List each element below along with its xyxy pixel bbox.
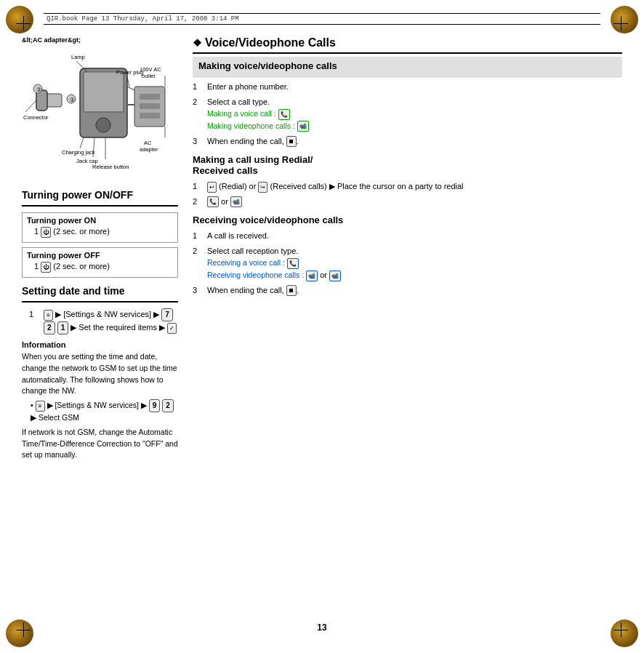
making-video-label: Making videophone calls :	[207, 121, 295, 130]
content-area: &lt;AC adapter&gt; ① ②	[22, 36, 622, 617]
power-off-box: Turning power OFF 1 ⏻ (2 sec. or more)	[22, 247, 178, 278]
date-time-step1: 1 ≡ ▶ [Settings & NW services] ▶ 7 2 1 ▶…	[29, 308, 178, 334]
reg-mark-tr	[613, 16, 628, 31]
top-bar: QIR.book Page 13 Thursday, April 17, 200…	[44, 13, 600, 25]
date-time-divider	[22, 301, 178, 303]
step-item: 3 When ending the call, ⏹.	[193, 284, 622, 297]
svg-rect-10	[140, 94, 160, 100]
redial-section: Making a call using Redial/Received call…	[193, 154, 622, 207]
redial-key: ↩	[207, 182, 217, 193]
power-key-off: ⏻	[41, 262, 51, 273]
svg-line-13	[127, 87, 134, 90]
page-number: 13	[317, 622, 326, 633]
making-voice-label: Making a voice call :	[207, 109, 276, 118]
info-title: Information	[22, 340, 178, 349]
making-calls-title-box: Making voice/videophone calls	[193, 57, 622, 78]
power-divider	[22, 205, 178, 207]
reg-mark-bl	[16, 622, 31, 637]
select-reception-text: Select call reception type.	[207, 247, 298, 255]
svg-text:②: ②	[36, 87, 41, 93]
menu-key: ≡	[44, 310, 53, 321]
info-text1: When you are setting the time and date, …	[22, 351, 178, 397]
step-item: 2 📞 or 📹	[193, 196, 622, 208]
making-calls-steps: 1 Enter a phone number. 2 Select a call …	[193, 81, 622, 147]
key-2b: 2	[162, 399, 174, 412]
receiving-steps: 1 A call is received. 2 Select call rece…	[193, 230, 622, 296]
svg-point-2	[96, 118, 110, 132]
svg-text:adapter: adapter	[140, 146, 158, 153]
key-9: 9	[149, 399, 161, 412]
svg-text:Connector: Connector	[23, 114, 49, 121]
receiving-calls-section: Receiving voice/videophone calls 1 A cal…	[193, 215, 622, 296]
end-call-text1: When ending the call,	[207, 137, 284, 145]
power-key-on: ⏻	[41, 227, 51, 238]
menu-key2: ≡	[36, 401, 45, 412]
receiving-calls-title: Receiving voice/videophone calls	[193, 215, 622, 225]
main-title-text: Voice/Videophone Calls	[205, 36, 336, 49]
power-on-step1: 1 ⏻ (2 sec. or more)	[34, 227, 173, 238]
svg-text:Lamp: Lamp	[71, 54, 85, 60]
date-time-section: Setting date and time 1 ≡ ▶ [Settings & …	[22, 285, 178, 461]
end-key3: ⏹	[286, 285, 297, 296]
step-item: 1 Enter a phone number.	[193, 81, 622, 93]
svg-text:100V AC: 100V AC	[140, 66, 161, 73]
received-key: ↪	[258, 182, 267, 193]
select-call-text: Select a call type.	[207, 97, 270, 106]
receiving-step1-text: A call is received.	[207, 230, 622, 242]
diamond-icon: ❖	[193, 37, 202, 49]
left-column: &lt;AC adapter&gt; ① ②	[22, 36, 178, 617]
step-item: 1 ↩ (Redial) or ↪ (Received calls) ▶ Pla…	[193, 180, 622, 193]
power-on-box: Turning power ON 1 ⏻ (2 sec. or more)	[22, 212, 178, 243]
redial-title: Making a call using Redial/Received call…	[193, 154, 622, 176]
step-item: 1 A call is received.	[193, 230, 622, 242]
right-column: ❖ Voice/Videophone Calls Making voice/vi…	[193, 36, 622, 617]
svg-line-20	[80, 137, 84, 148]
dial-key2: 📹	[230, 196, 242, 207]
key-2: 2	[44, 321, 55, 334]
dial-key1: 📞	[207, 196, 219, 207]
svg-line-14	[25, 100, 36, 112]
svg-rect-1	[84, 72, 124, 112]
ac-adapter-diagram: &lt;AC adapter&gt; ① ②	[22, 36, 174, 182]
svg-rect-12	[140, 113, 160, 119]
step-item: 2 Select a call type. Making a voice cal…	[193, 96, 622, 132]
voice-call-key: 📞	[278, 109, 290, 120]
answer-video-key1: 📹	[306, 271, 318, 281]
making-calls-title: Making voice/videophone calls	[198, 60, 616, 71]
svg-rect-11	[140, 103, 160, 109]
top-bar-text: QIR.book Page 13 Thursday, April 17, 200…	[44, 14, 242, 24]
receiving-voice-label: Receiving a voice call :	[207, 258, 285, 267]
reg-mark-tl	[16, 16, 31, 31]
info-bullet1: • ≡ ▶ [Settings & NW services] ▶ 9 2 ▶ S…	[31, 399, 178, 424]
redial-steps: 1 ↩ (Redial) or ↪ (Received calls) ▶ Pla…	[193, 180, 622, 207]
diagram-title: &lt;AC adapter&gt;	[22, 36, 174, 44]
date-time-title: Setting date and time	[22, 285, 178, 297]
making-calls-section: Making voice/videophone calls 1 Enter a …	[193, 57, 622, 147]
power-on-title: Turning power ON	[27, 216, 173, 225]
answer-voice-key: 📞	[287, 258, 299, 269]
step1-text: Enter a phone number.	[207, 81, 622, 93]
key-1: 1	[57, 321, 69, 334]
step-item: 3 When ending the call, ⏹.	[193, 135, 622, 148]
svg-text:Release button: Release button	[92, 164, 129, 170]
turning-power-title: Turning power ON/OFF	[22, 189, 178, 201]
end-key1: ⏹	[286, 136, 297, 147]
receiving-video-label: Receiving videophone calls :	[207, 271, 304, 279]
svg-text:①: ①	[70, 97, 75, 103]
power-off-step1: 1 ⏻ (2 sec. or more)	[34, 262, 173, 273]
turning-power-section: Turning power ON/OFF Turning power ON 1 …	[22, 189, 178, 278]
video-call-key: 📹	[297, 121, 309, 132]
date-time-steps: 1 ≡ ▶ [Settings & NW services] ▶ 7 2 1 ▶…	[29, 308, 178, 334]
step-item: 2 Select call reception type. Receiving …	[193, 245, 622, 281]
diagram-svg: ① ② Connector	[22, 47, 174, 174]
svg-text:AC: AC	[144, 140, 152, 146]
info-text2: If network is not GSM, change the Automa…	[22, 427, 178, 461]
main-section-title: ❖ Voice/Videophone Calls	[193, 36, 622, 54]
answer-video-key2: 📹	[329, 271, 341, 281]
reg-mark-br	[613, 622, 628, 637]
confirm-key: ✓	[167, 323, 177, 334]
power-off-title: Turning power OFF	[27, 251, 173, 260]
end-call-text3: When ending the call,	[207, 286, 284, 295]
svg-text:outlet: outlet	[142, 73, 156, 79]
key-7: 7	[161, 308, 173, 321]
